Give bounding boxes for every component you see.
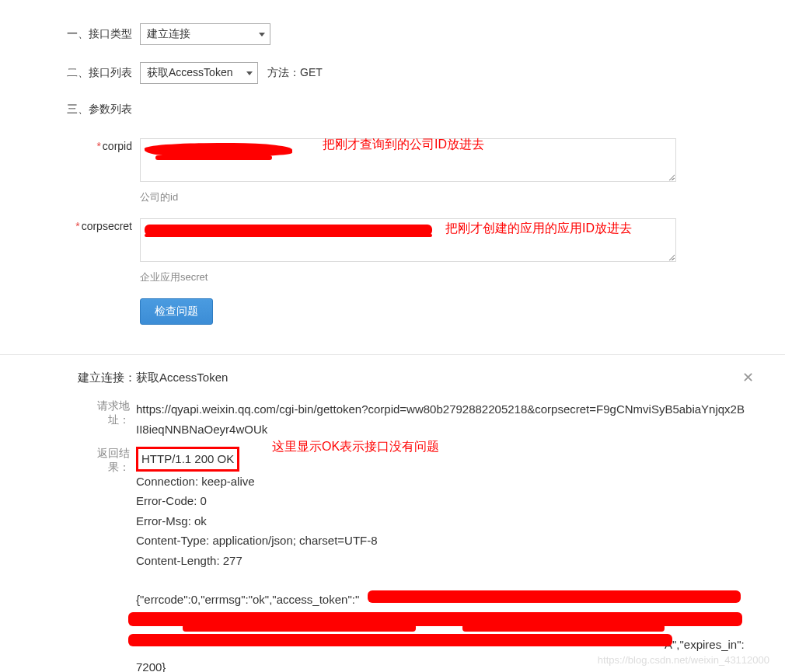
redaction-scribble: [155, 155, 272, 160]
form-area: 一、接口类型 建立连接 二、接口列表 获取AccessToken 方法：GET …: [0, 0, 785, 354]
row-request-url: 请求地址： https://qyapi.weixin.qq.com/cgi-bi…: [78, 399, 746, 439]
label-interface-type: 一、接口类型: [58, 27, 140, 41]
hint-corpid: 公司的id: [140, 190, 676, 204]
select-interface-type[interactable]: 建立连接: [140, 23, 270, 45]
select-interface-list[interactable]: 获取AccessToken: [140, 62, 258, 84]
hint-corpsecret: 企业应用secret: [140, 270, 676, 284]
row-params-header: 三、参数列表: [58, 101, 727, 117]
annotation-corpsecret: 把刚才创建的应用的应用ID放进去: [445, 221, 632, 237]
line-connection: Connection: keep-alive: [136, 472, 746, 492]
required-mark: *: [96, 140, 100, 152]
row-interface-list: 二、接口列表 获取AccessToken 方法：GET: [58, 62, 727, 84]
result-title: 建立连接：获取AccessToken: [78, 371, 746, 385]
line-content-type: Content-Type: application/json; charset=…: [136, 531, 746, 551]
watermark: https://blog.csdn.net/weixin_43112000: [598, 654, 769, 666]
label-request-url: 请求地址：: [78, 399, 136, 427]
redaction-scribble: [128, 634, 672, 646]
required-mark: *: [75, 220, 79, 232]
label-corpsecret: *corpsecret: [58, 218, 140, 232]
line-errcode: Error-Code: 0: [136, 491, 746, 511]
redaction-scribble: [145, 234, 432, 237]
result-area: ✕ 建立连接：获取AccessToken 请求地址： https://qyapi…: [0, 355, 785, 672]
redaction-scribble: [183, 624, 416, 632]
http-status-box: HTTP/1.1 200 OK: [136, 447, 239, 472]
line-errmsg: Error-Msg: ok: [136, 511, 746, 531]
label-params: 三、参数列表: [58, 101, 140, 117]
request-url: https://qyapi.weixin.qq.com/cgi-bin/gett…: [136, 399, 746, 439]
close-icon[interactable]: ✕: [742, 369, 754, 386]
check-button[interactable]: 检查问题: [140, 298, 213, 325]
label-corpid: *corpid: [58, 138, 140, 152]
row-submit: 检查问题: [58, 298, 727, 325]
line-content-length: Content-Length: 277: [136, 551, 746, 571]
redaction-scribble: [368, 590, 741, 603]
row-interface-type: 一、接口类型 建立连接: [58, 23, 727, 45]
row-return: 返回结果： HTTP/1.1 200 OK Connection: keep-a…: [78, 447, 746, 667]
annotation-ok: 这里显示OK表示接口没有问题: [272, 439, 439, 455]
return-content: HTTP/1.1 200 OK Connection: keep-alive E…: [136, 447, 746, 667]
redaction-scribble: [462, 624, 665, 632]
label-interface-list: 二、接口列表: [58, 66, 140, 80]
annotation-corpid: 把刚才查询到的公司ID放进去: [323, 137, 484, 153]
label-return: 返回结果：: [78, 447, 136, 475]
method-text: 方法：GET: [267, 66, 323, 80]
